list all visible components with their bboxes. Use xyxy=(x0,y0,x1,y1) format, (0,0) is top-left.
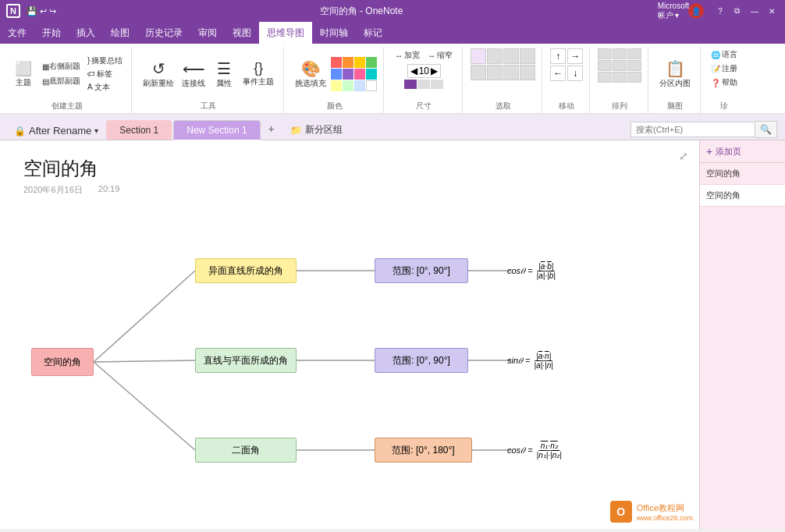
size-nav-next[interactable]: ▶ xyxy=(431,66,438,76)
ribbon-btn-text[interactable]: A 文本 xyxy=(85,81,125,94)
move-down-btn[interactable]: ↓ xyxy=(567,66,583,81)
color-blue[interactable] xyxy=(331,69,342,80)
ribbon-btn-language[interactable]: 🌐 语言 xyxy=(709,48,740,61)
ribbon-btn-narrow[interactable]: ↔ 缩窄 xyxy=(424,48,456,62)
select-btn-6[interactable] xyxy=(487,65,503,80)
color-lightblue[interactable] xyxy=(354,80,365,91)
ribbon-group-mindmap-label: 脑图 xyxy=(667,101,683,112)
section-tab-2[interactable]: New Section 1 xyxy=(173,120,260,140)
close-button[interactable]: ✕ xyxy=(765,4,779,18)
ribbon-btn-register[interactable]: 📝 注册 xyxy=(709,62,740,75)
color-red[interactable] xyxy=(331,57,342,68)
redo-icon[interactable]: ↪ xyxy=(49,6,56,16)
undo-icon[interactable]: ↩ xyxy=(40,6,47,16)
arrange-btn-2[interactable] xyxy=(613,48,627,59)
ribbon-btn-event[interactable]: {} 事件主题 xyxy=(240,59,277,89)
menu-draw[interactable]: 绘图 xyxy=(103,22,137,44)
menu-mindmap[interactable]: 思维导图 xyxy=(259,22,312,44)
ribbon-btn-summary[interactable]: } 摘要总结 xyxy=(85,55,125,67)
select-btn-5[interactable] xyxy=(471,65,486,80)
move-right-btn[interactable]: → xyxy=(567,48,583,64)
ribbon-btn-connector[interactable]: ⟵ 连接线 xyxy=(179,58,208,90)
menu-insert[interactable]: 插入 xyxy=(69,22,103,44)
select-btn-7[interactable] xyxy=(503,65,519,80)
help-button[interactable]: ? xyxy=(713,4,727,18)
page-item-1[interactable]: 空间的角 xyxy=(700,163,785,185)
color-lightyellow[interactable] xyxy=(331,80,342,91)
save-icon[interactable]: 💾 xyxy=(27,6,37,16)
ribbon-btn-topic[interactable]: ⬜ 主题 xyxy=(9,59,37,90)
page-item-2[interactable]: 空间的角 xyxy=(700,185,785,207)
color-pink[interactable] xyxy=(354,69,365,80)
menu-tags[interactable]: 标记 xyxy=(356,22,390,44)
color-cyan[interactable] xyxy=(366,69,377,80)
arrange-btn-4[interactable] xyxy=(598,60,612,71)
search-button[interactable]: 🔍 xyxy=(755,121,777,138)
connector-label: 连接线 xyxy=(182,78,205,89)
menu-history[interactable]: 历史记录 xyxy=(137,22,190,44)
ribbon-btn-bottom-sub[interactable]: ▤ 底部副题 xyxy=(39,74,83,88)
menu-review[interactable]: 审阅 xyxy=(190,22,225,44)
size-nav-prev[interactable]: ◀ xyxy=(410,66,417,76)
menu-view[interactable]: 视图 xyxy=(225,22,259,44)
layout-3[interactable] xyxy=(431,80,443,89)
select-btn-4[interactable] xyxy=(520,48,535,64)
arrange-btn-7[interactable] xyxy=(598,72,612,83)
section-tab-1[interactable]: Section 1 xyxy=(106,120,172,140)
notebook-dropdown-icon[interactable]: ▾ xyxy=(94,126,98,135)
select-btn-3[interactable] xyxy=(503,48,519,64)
mindmap-branch-1[interactable]: 异面直线所成的角 xyxy=(195,258,297,283)
ribbon-btn-widen[interactable]: ↔ 加宽 xyxy=(392,48,423,62)
arrange-btn-8[interactable] xyxy=(613,72,627,83)
ribbon-btn-tag[interactable]: 🏷 标签 xyxy=(85,68,125,80)
properties-icon: ☰ xyxy=(217,59,231,78)
expand-button[interactable]: ⤢ xyxy=(676,148,691,164)
add-page-button[interactable]: + 添加页 xyxy=(700,140,785,163)
svg-line-0 xyxy=(94,271,195,362)
summary-icon: } xyxy=(87,56,90,65)
arrange-btn-3[interactable] xyxy=(627,48,641,59)
color-orange[interactable] xyxy=(343,57,353,68)
connector-icon: ⟵ xyxy=(183,59,205,78)
mindmap-root[interactable]: 空间的角 xyxy=(31,348,94,376)
restore-button[interactable]: ⧉ xyxy=(730,4,744,18)
color-purple[interactable] xyxy=(343,69,353,80)
search-input[interactable] xyxy=(630,122,755,137)
arrange-btn-9[interactable] xyxy=(627,72,641,83)
ribbon-btn-help[interactable]: ❓ 帮助 xyxy=(709,76,740,89)
menu-home[interactable]: 开始 xyxy=(34,22,69,44)
arrange-btn-5[interactable] xyxy=(613,60,627,71)
layout-2[interactable] xyxy=(417,80,430,89)
color-white[interactable] xyxy=(366,80,377,91)
add-section-button[interactable]: + xyxy=(262,119,281,138)
ribbon-btn-color-pick[interactable]: 🎨 挑选填充 xyxy=(292,58,329,90)
mindmap-branch-2[interactable]: 直线与平面所成的角 xyxy=(195,348,297,373)
color-lightgreen[interactable] xyxy=(343,80,353,91)
size-value: 10 xyxy=(419,66,429,76)
ribbon-btn-refresh[interactable]: ↺ 刷新重绘 xyxy=(140,58,177,90)
select-btn-2[interactable] xyxy=(487,48,503,64)
ribbon-btn-section-map[interactable]: 📋 分区内图 xyxy=(656,58,694,90)
notebook-label[interactable]: 🔒 After Rename ▾ xyxy=(8,122,105,140)
color-green[interactable] xyxy=(366,57,377,68)
layout-1[interactable] xyxy=(404,80,417,89)
arrange-btn-1[interactable] xyxy=(598,48,612,59)
ribbon-group-extras-label: 珍 xyxy=(720,101,728,112)
ribbon-btn-properties[interactable]: ☰ 属性 xyxy=(210,58,238,90)
mindmap-range-1[interactable]: 范围: [0°, 90°] xyxy=(375,258,468,283)
group-tab[interactable]: 📁 新分区组 xyxy=(282,120,350,140)
move-up-btn[interactable]: ↑ xyxy=(550,48,566,64)
mindmap-range-2[interactable]: 范围: [0°, 90°] xyxy=(375,348,468,373)
menu-timeline[interactable]: 时间轴 xyxy=(312,22,356,44)
mindmap-range-3[interactable]: 范围: [0°, 180°] xyxy=(375,438,472,463)
move-left-btn[interactable]: ← xyxy=(550,66,566,81)
minimize-button[interactable]: — xyxy=(748,4,762,18)
ribbon-btn-right-sub[interactable]: ▦ 右侧副题 xyxy=(39,59,83,73)
section-map-label: 分区内图 xyxy=(659,78,691,89)
arrange-btn-6[interactable] xyxy=(627,60,641,71)
color-yellow[interactable] xyxy=(354,57,365,68)
select-btn-8[interactable] xyxy=(520,65,535,80)
menu-file[interactable]: 文件 xyxy=(0,22,34,44)
mindmap-branch-3[interactable]: 二面角 xyxy=(195,438,297,463)
select-btn-1[interactable] xyxy=(471,48,486,64)
